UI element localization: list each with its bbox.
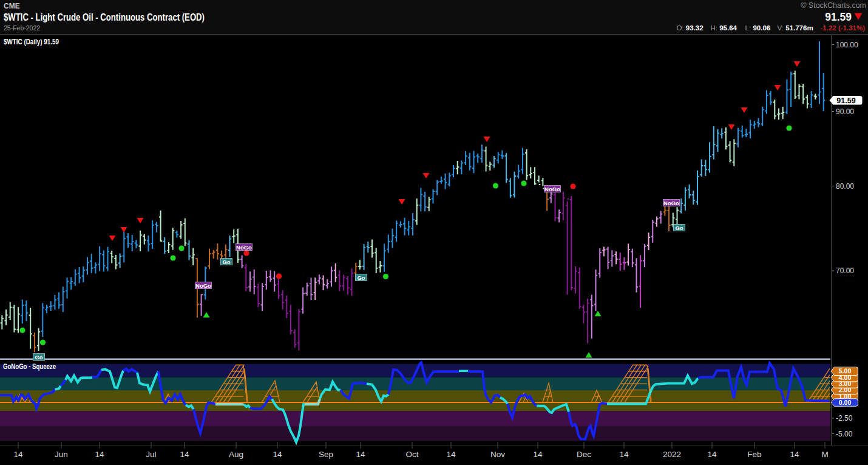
svg-text:14: 14 bbox=[707, 450, 717, 459]
svg-text:91.59: 91.59 bbox=[836, 97, 855, 105]
svg-text:100.00: 100.00 bbox=[836, 41, 858, 49]
svg-text:L: 90.06: L: 90.06 bbox=[745, 24, 771, 32]
svg-text:70.00: 70.00 bbox=[836, 266, 854, 275]
svg-text:GoNoGo - Squeeze: GoNoGo - Squeeze bbox=[3, 362, 56, 371]
svg-text:Jul: Jul bbox=[146, 450, 156, 459]
svg-text:H: 95.64: H: 95.64 bbox=[711, 24, 737, 32]
svg-text:-5.00: -5.00 bbox=[836, 430, 853, 438]
svg-text:14: 14 bbox=[790, 450, 799, 459]
svg-text:NoGo: NoGo bbox=[236, 244, 252, 251]
svg-text:NoGo: NoGo bbox=[195, 282, 211, 289]
svg-text:Go: Go bbox=[357, 274, 365, 281]
svg-text:14: 14 bbox=[95, 450, 104, 459]
svg-text:14: 14 bbox=[533, 450, 543, 459]
svg-text:90.00: 90.00 bbox=[836, 107, 854, 116]
svg-text:V: 51.776m: V: 51.776m bbox=[778, 24, 813, 32]
svg-text:NoGo: NoGo bbox=[544, 186, 560, 192]
svg-text:$WTIC (Daily) 91.59: $WTIC (Daily) 91.59 bbox=[4, 38, 59, 46]
svg-text:Oct: Oct bbox=[405, 450, 418, 459]
svg-text:Go: Go bbox=[35, 354, 42, 361]
svg-text:Aug: Aug bbox=[229, 450, 243, 459]
svg-text:© StockCharts.com: © StockCharts.com bbox=[801, 1, 866, 10]
svg-text:Sep: Sep bbox=[319, 450, 333, 459]
svg-text:2022: 2022 bbox=[663, 450, 681, 459]
svg-text:M: M bbox=[821, 450, 828, 459]
svg-text:-1.22 (-1.31%): -1.22 (-1.31%) bbox=[821, 24, 866, 32]
svg-text:91.59: 91.59 bbox=[825, 11, 852, 23]
svg-text:NoGo: NoGo bbox=[663, 200, 679, 206]
svg-text:Nov: Nov bbox=[490, 450, 505, 459]
svg-text:5.00: 5.00 bbox=[839, 367, 852, 375]
svg-text:80.00: 80.00 bbox=[836, 182, 854, 191]
svg-text:Feb: Feb bbox=[747, 450, 761, 459]
svg-text:Go: Go bbox=[222, 259, 230, 265]
svg-text:14: 14 bbox=[180, 450, 189, 459]
svg-text:25-Feb-2022: 25-Feb-2022 bbox=[4, 24, 40, 32]
svg-text:14: 14 bbox=[13, 450, 23, 459]
svg-text:14: 14 bbox=[446, 450, 456, 459]
svg-text:14: 14 bbox=[356, 450, 365, 459]
svg-text:CME: CME bbox=[4, 2, 20, 10]
svg-text:Dec: Dec bbox=[577, 450, 591, 459]
svg-text:$WTIC - Light Crude Oil - Cont: $WTIC - Light Crude Oil - Continuous Con… bbox=[4, 12, 205, 23]
svg-text:O: 93.32: O: 93.32 bbox=[677, 24, 704, 32]
svg-text:Jun: Jun bbox=[55, 450, 68, 459]
svg-text:Go: Go bbox=[675, 225, 683, 231]
svg-text:-2.50: -2.50 bbox=[836, 414, 853, 423]
svg-text:14: 14 bbox=[273, 450, 282, 459]
svg-text:14: 14 bbox=[619, 450, 629, 459]
svg-text:0.00: 0.00 bbox=[839, 399, 852, 406]
